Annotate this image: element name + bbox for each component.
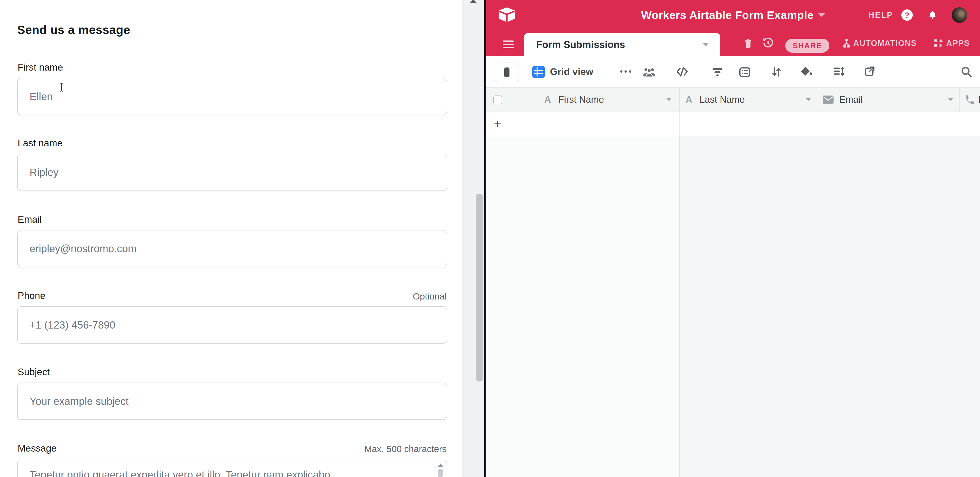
search-button[interactable] <box>960 66 973 79</box>
phone-optional-hint: Optional <box>413 291 447 302</box>
more-options-icon[interactable] <box>620 70 631 73</box>
view-toolbar: Grid view <box>486 56 980 88</box>
apps-button[interactable] <box>933 30 944 56</box>
share-view-button[interactable] <box>863 66 875 79</box>
column-header-last-name[interactable]: A Last Name <box>679 88 818 112</box>
row-height-button[interactable] <box>832 66 845 79</box>
apps-icon <box>933 38 944 49</box>
left-window-scrollbar[interactable] <box>463 0 484 477</box>
view-name-label[interactable]: Grid view <box>550 56 593 87</box>
table-header: A First Name A Last Name Email P <box>486 88 980 112</box>
subject-input[interactable] <box>17 382 447 420</box>
email-field[interactable] <box>17 230 447 267</box>
notifications-button[interactable] <box>927 10 938 20</box>
frozen-column-divider[interactable] <box>679 136 679 477</box>
people-icon <box>643 67 656 78</box>
paint-bucket-icon <box>800 66 813 78</box>
views-sidebar-toggle-button[interactable] <box>495 63 519 82</box>
color-button[interactable] <box>800 66 813 79</box>
last-name-label: Last name <box>18 138 62 149</box>
tab-form-submissions[interactable]: Form Submissions <box>524 33 720 56</box>
search-icon <box>960 66 973 78</box>
bell-icon <box>927 10 938 20</box>
field-phone: Phone Optional <box>17 290 447 345</box>
chevron-down-icon[interactable] <box>948 98 953 101</box>
automations-label[interactable]: AUTOMATIONS <box>853 30 916 56</box>
share-label: SHARE <box>792 41 822 50</box>
field-message: Message Max. 500 characters <box>17 443 447 477</box>
grid-body <box>486 136 980 477</box>
text-cursor-icon <box>59 82 64 92</box>
apps-label[interactable]: APPS <box>946 30 970 56</box>
field-first-name: First name <box>17 62 447 117</box>
share-button[interactable]: SHARE <box>785 39 829 53</box>
tab-label: Form Submissions <box>536 33 625 56</box>
chevron-down-icon[interactable] <box>806 98 811 101</box>
frozen-column-area <box>486 136 679 477</box>
topbar-actions: HELP ? <box>868 0 967 30</box>
chevron-down-icon[interactable] <box>666 98 671 101</box>
phone-label: Phone <box>18 290 45 301</box>
column-header-first-name[interactable]: A First Name <box>486 88 679 112</box>
field-email: Email <box>17 214 447 269</box>
textarea-scrollbar[interactable] <box>437 462 444 477</box>
text-field-icon: A <box>686 88 692 112</box>
history-button[interactable] <box>762 30 774 56</box>
trash-icon <box>743 37 754 49</box>
textarea-scrollbar-thumb[interactable] <box>438 469 443 477</box>
group-button[interactable] <box>739 66 751 79</box>
table-tab-bar: Form Submissions SHARE AUTOMATIONS <box>486 30 980 56</box>
question-mark-icon: ? <box>905 11 909 19</box>
first-name-label: First name <box>18 62 63 73</box>
message-maxchars-hint: Max. 500 characters <box>364 443 447 455</box>
column-header-email[interactable]: Email <box>818 88 959 112</box>
chevron-down-icon <box>818 13 825 17</box>
chevron-down-icon <box>703 43 709 46</box>
field-subject: Subject <box>17 366 447 422</box>
field-last-name: Last name <box>17 138 447 193</box>
add-record-row[interactable]: + <box>486 112 980 136</box>
help-button[interactable]: HELP <box>868 10 893 20</box>
form-title: Send us a message <box>17 23 130 37</box>
toolbar-divider <box>665 65 665 79</box>
airtable-window: Workers Airtable Form Example HELP ? For… <box>486 0 980 477</box>
scroll-up-arrow-icon[interactable] <box>438 463 443 467</box>
menu-icon[interactable] <box>503 41 514 48</box>
filter-icon <box>711 67 724 78</box>
airtable-topbar: Workers Airtable Form Example HELP ? <box>486 0 980 30</box>
delete-table-button[interactable] <box>743 30 754 56</box>
sort-icon <box>770 66 782 78</box>
automations-button[interactable] <box>841 30 852 56</box>
row-height-icon <box>832 66 845 78</box>
collaborators-button[interactable] <box>643 67 656 79</box>
email-label: Email <box>18 214 42 225</box>
hide-fields-button[interactable] <box>676 66 689 79</box>
subject-label: Subject <box>18 366 49 378</box>
user-avatar[interactable] <box>952 7 967 23</box>
phone-icon <box>964 95 975 106</box>
window-divider <box>484 0 486 477</box>
open-external-icon <box>863 66 875 78</box>
grid-view-icon <box>532 66 545 79</box>
message-label: Message <box>18 443 57 454</box>
scrollbar-up-arrow-icon[interactable] <box>470 0 477 3</box>
filter-button[interactable] <box>711 67 724 79</box>
help-circle-button[interactable]: ? <box>901 10 913 21</box>
phone-field[interactable] <box>17 306 447 344</box>
sidebar-panel-icon <box>504 68 509 77</box>
hide-fields-icon <box>676 66 689 78</box>
last-name-input[interactable] <box>17 154 447 191</box>
envelope-icon <box>822 95 834 105</box>
message-textarea[interactable] <box>17 460 447 477</box>
column-header-phone[interactable]: P <box>959 88 980 112</box>
automations-icon <box>841 37 852 49</box>
text-field-icon: A <box>544 88 551 112</box>
base-title: Workers Airtable Form Example <box>641 9 814 22</box>
scrollbar-thumb[interactable] <box>476 193 483 382</box>
column-divider <box>679 112 679 136</box>
sort-button[interactable] <box>770 66 782 79</box>
plus-icon[interactable]: + <box>494 112 501 135</box>
first-name-input[interactable] <box>17 78 447 115</box>
history-icon <box>762 37 774 49</box>
group-icon <box>739 66 751 78</box>
